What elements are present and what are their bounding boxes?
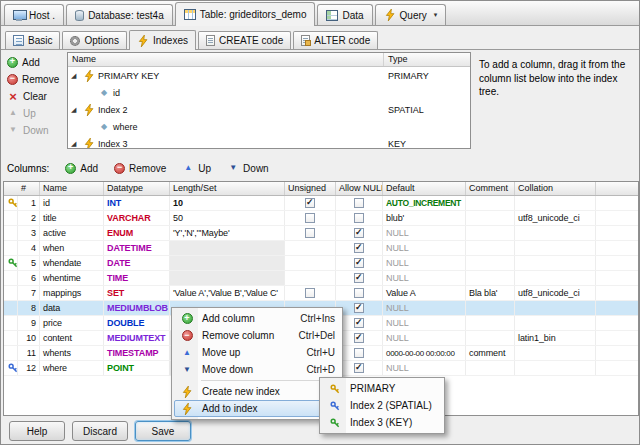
cell-default[interactable]: NULL bbox=[383, 331, 466, 345]
cell-allow-null[interactable] bbox=[336, 241, 383, 255]
cell-default[interactable]: 0000-00-00 00:00:00 bbox=[383, 346, 466, 360]
cell-collation[interactable] bbox=[515, 226, 596, 240]
columns-up-button[interactable]: Up bbox=[182, 161, 211, 175]
menu-item-create-new-index[interactable]: Create new index▶ bbox=[174, 383, 340, 400]
cell-allow-null[interactable] bbox=[336, 226, 383, 240]
cell-collation[interactable] bbox=[515, 241, 596, 255]
cell-comment[interactable]: Bla bla' bbox=[466, 286, 515, 300]
cell-datatype[interactable]: DATE bbox=[104, 256, 170, 270]
allow-null-checkbox[interactable] bbox=[354, 333, 364, 343]
editor-tab-indexes[interactable]: Indexes bbox=[129, 30, 196, 50]
tree-expander-icon[interactable] bbox=[71, 72, 80, 79]
menu-item-index-2-spatial[interactable]: Index 2 (SPATIAL) bbox=[322, 397, 442, 414]
allow-null-checkbox[interactable] bbox=[354, 288, 364, 298]
editor-tab-alter-code[interactable]: ALTER code bbox=[293, 31, 378, 49]
editor-tab-basic[interactable]: Basic bbox=[5, 31, 60, 49]
cell-collation[interactable] bbox=[515, 316, 596, 330]
cell-allow-null[interactable] bbox=[336, 301, 383, 315]
cell-comment[interactable] bbox=[466, 256, 515, 270]
cell-datatype[interactable]: ENUM bbox=[104, 226, 170, 240]
cell-default[interactable]: NULL bbox=[383, 256, 466, 270]
cell-length-set[interactable]: 'Y','N','''Maybe' bbox=[170, 226, 285, 240]
cell-comment[interactable] bbox=[466, 361, 515, 375]
cell-allow-null[interactable] bbox=[336, 361, 383, 375]
save-button[interactable]: Save bbox=[135, 421, 191, 441]
cell-collation[interactable] bbox=[515, 301, 596, 315]
allow-null-checkbox[interactable] bbox=[354, 258, 364, 268]
tree-expander-icon[interactable] bbox=[71, 106, 80, 113]
cell-datatype[interactable]: SET bbox=[104, 286, 170, 300]
menu-item-move-up[interactable]: Move upCtrl+U bbox=[174, 344, 340, 361]
cell-length-set[interactable] bbox=[170, 256, 285, 270]
cell-comment[interactable] bbox=[466, 316, 515, 330]
column-row-title[interactable]: 2titleVARCHAR50blub'utf8_unicode_ci bbox=[4, 211, 638, 226]
cell-default[interactable]: NULL bbox=[383, 301, 466, 315]
column-row-active[interactable]: 3activeENUM'Y','N','''Maybe'NULL bbox=[4, 226, 638, 241]
cell-default[interactable]: NULL bbox=[383, 241, 466, 255]
cell-unsigned[interactable] bbox=[285, 256, 336, 270]
columns-down-button[interactable]: Down bbox=[227, 161, 269, 175]
column-row-whendate[interactable]: 5whendateDATENULL bbox=[4, 256, 638, 271]
cell-name[interactable]: whents bbox=[40, 346, 104, 360]
main-tab-data[interactable]: Data bbox=[317, 4, 372, 25]
allow-null-checkbox[interactable] bbox=[354, 243, 364, 253]
allow-null-checkbox[interactable] bbox=[354, 303, 364, 313]
index-clear-button[interactable]: Clear bbox=[7, 89, 59, 103]
cell-collation[interactable] bbox=[515, 361, 596, 375]
menu-item-add-to-index[interactable]: Add to index▶ bbox=[174, 400, 340, 417]
discard-button[interactable]: Discard bbox=[72, 421, 128, 441]
cell-datatype[interactable]: POINT bbox=[104, 361, 170, 375]
cell-length-set[interactable]: 50 bbox=[170, 211, 285, 225]
cell-unsigned[interactable] bbox=[285, 196, 336, 210]
cell-default[interactable]: NULL bbox=[383, 226, 466, 240]
help-button[interactable]: Help bbox=[9, 421, 65, 441]
tree-expander-icon[interactable] bbox=[71, 140, 80, 147]
editor-tab-options[interactable]: Options bbox=[62, 31, 126, 49]
cell-datatype[interactable]: MEDIUMTEXT bbox=[104, 331, 170, 345]
cell-collation[interactable]: utf8_unicode_ci bbox=[515, 211, 596, 225]
main-tab-query[interactable]: Query▾ bbox=[375, 4, 447, 25]
cell-datatype[interactable]: TIME bbox=[104, 271, 170, 285]
cell-unsigned[interactable] bbox=[285, 286, 336, 300]
index-tree-item-where[interactable]: where bbox=[68, 118, 470, 135]
index-remove-button[interactable]: Remove bbox=[7, 72, 59, 86]
dropdown-arrow-icon[interactable]: ▾ bbox=[434, 11, 438, 19]
menu-item-add-column[interactable]: Add columnCtrl+Ins bbox=[174, 310, 340, 327]
cell-datatype[interactable]: INT bbox=[104, 196, 170, 210]
cell-allow-null[interactable] bbox=[336, 286, 383, 300]
column-row-mappings[interactable]: 7mappingsSET'Value A','Value B','Value C… bbox=[4, 286, 638, 301]
column-row-id[interactable]: 1idINT10AUTO_INCREMENT bbox=[4, 196, 638, 211]
cell-default[interactable]: blub' bbox=[383, 211, 466, 225]
cell-length-set[interactable] bbox=[170, 271, 285, 285]
main-tab-database-test4a[interactable]: Database: test4a bbox=[66, 4, 173, 25]
cell-allow-null[interactable] bbox=[336, 211, 383, 225]
cell-name[interactable]: active bbox=[40, 226, 104, 240]
cell-name[interactable]: whentime bbox=[40, 271, 104, 285]
index-tree-item-index-2[interactable]: Index 2SPATIAL bbox=[68, 101, 470, 118]
menu-item-primary[interactable]: PRIMARY bbox=[322, 380, 442, 397]
cell-collation[interactable] bbox=[515, 256, 596, 270]
cell-default[interactable]: NULL bbox=[383, 271, 466, 285]
cell-name[interactable]: data bbox=[40, 301, 104, 315]
editor-tab-create-code[interactable]: CREATE code bbox=[198, 31, 291, 49]
allow-null-checkbox[interactable] bbox=[354, 228, 364, 238]
menu-item-remove-column[interactable]: Remove columnCtrl+Del bbox=[174, 327, 340, 344]
cell-name[interactable]: title bbox=[40, 211, 104, 225]
cell-datatype[interactable]: MEDIUMBLOB bbox=[104, 301, 170, 315]
cell-name[interactable]: when bbox=[40, 241, 104, 255]
index-tree-item-id[interactable]: id bbox=[68, 84, 470, 101]
cell-unsigned[interactable] bbox=[285, 271, 336, 285]
cell-datatype[interactable]: TIMESTAMP bbox=[104, 346, 170, 360]
cell-name[interactable]: id bbox=[40, 196, 104, 210]
cell-allow-null[interactable] bbox=[336, 196, 383, 210]
index-tree-item-primary-key[interactable]: PRIMARY KEYPRIMARY bbox=[68, 67, 470, 84]
cell-name[interactable]: content bbox=[40, 331, 104, 345]
cell-allow-null[interactable] bbox=[336, 331, 383, 345]
cell-comment[interactable] bbox=[466, 331, 515, 345]
cell-collation[interactable]: latin1_bin bbox=[515, 331, 596, 345]
cell-datatype[interactable]: DOUBLE bbox=[104, 316, 170, 330]
cell-default[interactable]: Value A bbox=[383, 286, 466, 300]
cell-comment[interactable]: comment bbox=[466, 346, 515, 360]
cell-length-set[interactable]: 'Value A','Value B','Value C' bbox=[170, 286, 285, 300]
column-row-when[interactable]: 4whenDATETIMENULL bbox=[4, 241, 638, 256]
